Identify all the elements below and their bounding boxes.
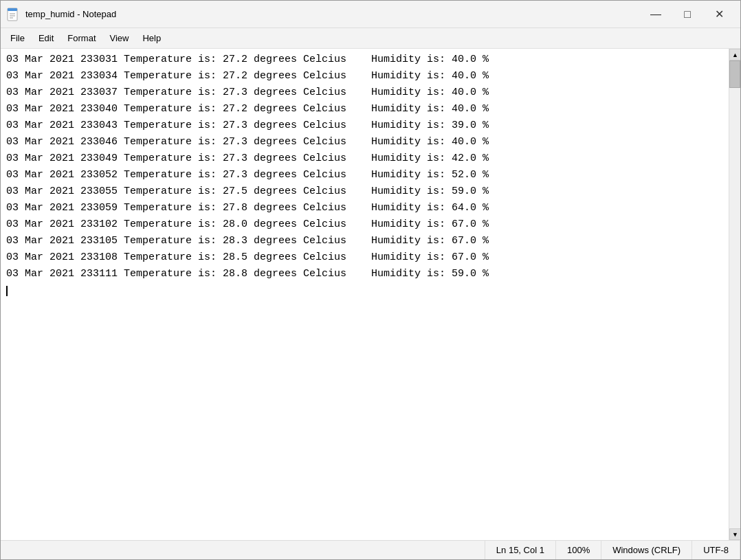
- scroll-up-button[interactable]: ▲: [729, 49, 740, 60]
- status-zoom: 100%: [556, 541, 601, 559]
- app-icon: [6, 8, 20, 21]
- editor-wrapper: 03 Mar 2021 233031 Temperature is: 27.2 …: [1, 49, 740, 540]
- status-position: Ln 15, Col 1: [485, 541, 556, 559]
- menu-edit[interactable]: Edit: [32, 30, 60, 46]
- scroll-track[interactable]: [729, 60, 740, 528]
- scroll-thumb[interactable]: [729, 60, 740, 88]
- menu-format[interactable]: Format: [60, 30, 102, 46]
- menu-file[interactable]: File: [3, 30, 32, 46]
- maximize-button[interactable]: □: [672, 3, 703, 25]
- svg-rect-1: [8, 8, 17, 11]
- status-empty: [1, 541, 485, 559]
- vertical-scrollbar: ▲ ▼: [729, 49, 740, 540]
- status-line-ending: Windows (CRLF): [601, 541, 692, 559]
- window-title: temp_humid - Notepad: [25, 9, 640, 19]
- menu-help[interactable]: Help: [135, 30, 168, 46]
- menu-view[interactable]: View: [103, 30, 136, 46]
- menu-bar: File Edit Format View Help: [1, 28, 740, 49]
- notepad-window: temp_humid - Notepad — □ ✕ File Edit For…: [0, 0, 741, 560]
- scroll-down-button[interactable]: ▼: [729, 528, 740, 540]
- close-button[interactable]: ✕: [703, 3, 735, 25]
- editor-content[interactable]: 03 Mar 2021 233031 Temperature is: 27.2 …: [1, 49, 729, 540]
- title-bar: temp_humid - Notepad — □ ✕: [1, 1, 740, 28]
- window-controls: — □ ✕: [640, 3, 735, 25]
- status-encoding: UTF-8: [692, 541, 740, 559]
- minimize-button[interactable]: —: [640, 3, 672, 25]
- status-bar: Ln 15, Col 1 100% Windows (CRLF) UTF-8: [1, 540, 740, 559]
